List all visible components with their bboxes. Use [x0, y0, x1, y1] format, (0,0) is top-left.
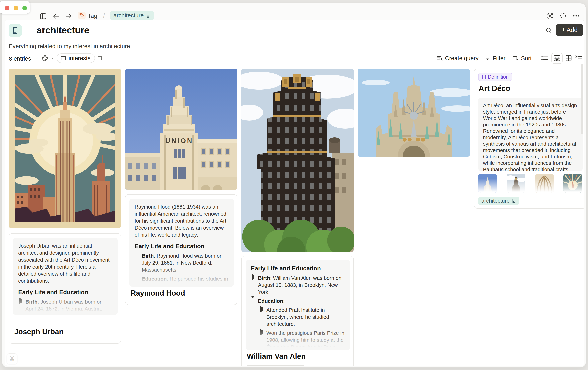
card-art-deco-definition[interactable]: Definition Art Déco Art Déco, an influen…	[474, 69, 584, 209]
card-william-van-alen[interactable]: Early Life and Education Birth: William …	[241, 256, 354, 366]
more-options-button[interactable]	[571, 11, 581, 20]
card-joseph-urban[interactable]: Joseph Urban was an influential architec…	[9, 233, 121, 344]
forward-button[interactable]	[64, 12, 73, 20]
icon-relation-button[interactable]	[41, 54, 49, 62]
page-title: architecture	[37, 25, 89, 36]
card-snippet: Joseph Urban was an influential architec…	[13, 238, 117, 315]
building-icon	[11, 27, 19, 34]
card-raymond-hood[interactable]: Raymond Hood (1881-1934) was an influent…	[125, 194, 237, 305]
ge-building-crown-image	[357, 69, 470, 157]
tag-label: architecture	[482, 198, 510, 204]
zoom-button[interactable]	[22, 6, 27, 11]
breadcrumb-tag-chip[interactable]	[78, 11, 85, 19]
sort-button[interactable]: Sort	[513, 54, 532, 63]
card-snippet: Early Life and Education Birth: William …	[246, 260, 350, 350]
spire-thumbnail-image	[478, 174, 497, 193]
create-query-icon	[437, 55, 443, 61]
card-title: Joseph Urban	[14, 328, 63, 336]
breadcrumb-tag-label[interactable]: Tag	[88, 13, 97, 19]
attachment-thumbnail-sunburst-poster[interactable]	[563, 174, 582, 193]
view-gallery-button[interactable]	[551, 53, 563, 64]
entries-count: 8 entries	[9, 55, 31, 62]
card-cover-radiator-building[interactable]	[241, 69, 354, 252]
traffic-light-card	[0, 1, 30, 14]
card-cover-art-deco-poster[interactable]	[9, 69, 121, 228]
attachment-thumbnail-gothic-tower[interactable]	[507, 174, 525, 193]
content-panel: architecture + Add Everything related to…	[5, 20, 584, 366]
list-item: Education:	[251, 298, 345, 305]
gothic-tower-thumbnail-image	[507, 174, 525, 193]
triangle-bullet-icon	[19, 313, 21, 315]
close-button[interactable]	[5, 6, 9, 11]
kanban-view-icon	[575, 55, 582, 61]
create-query-label: Create query	[445, 55, 479, 62]
arches-thumbnail-image	[535, 174, 554, 193]
view-kanban-button[interactable]	[574, 54, 583, 63]
view-list-button[interactable]	[540, 54, 549, 63]
add-relation-button[interactable]	[95, 54, 104, 62]
search-button[interactable]	[545, 26, 553, 35]
dot-separator-2: ·	[51, 54, 53, 61]
app-window: Tag / architecture	[0, 0, 588, 370]
list-view-icon	[541, 56, 548, 61]
union-building-image: UNION	[125, 69, 237, 190]
triangle-bullet-icon	[260, 305, 262, 313]
storage-box-icon	[97, 56, 102, 61]
sidebar-toggle-icon	[40, 13, 46, 19]
vertical-scrollbar-thumb[interactable]	[581, 64, 583, 134]
card-cover-ge-crown[interactable]	[357, 69, 470, 157]
command-icon: ⌘	[9, 355, 15, 362]
snippet-intro: Joseph Urban was an influential architec…	[18, 242, 112, 284]
relation-pill-label: interests	[69, 55, 91, 62]
object-type-badge[interactable]: Definition	[478, 73, 512, 81]
sunburst-poster-thumbnail-image	[563, 174, 582, 193]
focus-mode-button[interactable]	[558, 11, 568, 20]
shortcuts-button[interactable]: ⌘	[7, 353, 17, 364]
dot-separator: ·	[36, 54, 38, 61]
palette-icon	[42, 55, 48, 61]
back-button[interactable]	[52, 12, 61, 20]
sidebar-toggle-button[interactable]	[39, 12, 48, 20]
definition-title: Art Déco	[479, 84, 510, 93]
triangle-down-bullet-icon	[251, 296, 255, 302]
triangle-bullet-icon	[252, 274, 254, 281]
back-arrow-icon	[53, 13, 60, 19]
graph-view-button[interactable]	[546, 11, 555, 20]
card-title: Raymond Hood	[130, 289, 185, 297]
relation-pill-interests[interactable]: interests	[57, 54, 95, 63]
list-item-nested: Attended Pratt Institute in Brooklyn, wh…	[259, 307, 345, 328]
triangle-bullet-icon	[19, 297, 21, 305]
filter-label: Filter	[493, 55, 505, 62]
page-icon[interactable]	[9, 24, 22, 37]
attachment-thumbnail-spire[interactable]	[478, 174, 497, 193]
create-query-button[interactable]: Create query	[437, 54, 479, 63]
attachment-thumbnail-arches[interactable]	[535, 174, 554, 193]
list-item: Birth: Joseph Urban was born on April 24…	[18, 298, 112, 312]
list-item: Birth: William Van Alen was born on Augu…	[251, 275, 345, 296]
add-button[interactable]: + Add	[556, 24, 583, 36]
storage-box-icon	[61, 56, 66, 61]
graph-icon	[547, 12, 554, 19]
search-icon	[546, 27, 552, 34]
view-grid-button[interactable]	[564, 54, 573, 63]
list-item: Birth: Raymond Hood was born on July 29,…	[135, 252, 229, 273]
card-cover-union-building[interactable]: UNION	[125, 69, 237, 190]
bookmark-icon	[482, 74, 486, 79]
grid-view-icon	[566, 55, 572, 61]
list-item-nested: Won the prestigious Paris Prize in 1908,…	[259, 330, 345, 350]
minimize-button[interactable]	[14, 6, 18, 11]
svg-text:UNION: UNION	[165, 137, 193, 144]
breadcrumb-current-label: architecture	[113, 12, 144, 19]
building-icon	[512, 199, 516, 203]
filter-button[interactable]: Filter	[485, 54, 505, 63]
ellipsis-icon	[573, 15, 580, 17]
triangle-bullet-icon	[260, 329, 262, 336]
tag-icon	[79, 13, 84, 18]
filter-icon	[485, 56, 490, 61]
title-divider	[5, 41, 584, 41]
sort-icon	[513, 55, 519, 61]
tag-pill-architecture[interactable]: architecture	[478, 196, 519, 205]
card-snippet: Raymond Hood (1881-1934) was an influent…	[129, 199, 234, 287]
building-icon	[146, 13, 150, 18]
breadcrumb-current-page[interactable]: architecture	[110, 11, 154, 20]
